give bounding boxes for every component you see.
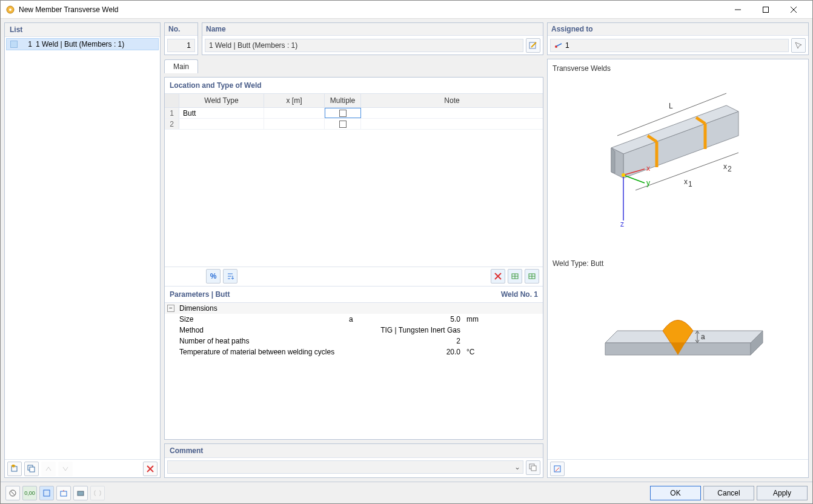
cell-x[interactable]: [264, 119, 325, 129]
param-label: Size: [167, 315, 349, 323]
no-box: No. 1: [164, 22, 198, 55]
preview-settings-button[interactable]: [550, 462, 565, 476]
svg-rect-25: [531, 466, 536, 471]
view-button-2[interactable]: [56, 486, 71, 500]
list-item-label: 1 Weld | Butt (Members : 1): [36, 40, 124, 48]
collapse-icon[interactable]: −: [167, 305, 174, 312]
list-panel: List 1 1 Weld | Butt (Members : 1) ✷: [4, 22, 161, 478]
param-value[interactable]: TIG | Tungsten Inert Gas: [379, 326, 464, 334]
close-button[interactable]: [780, 1, 808, 19]
svg-point-1: [9, 8, 12, 11]
svg-rect-55: [554, 466, 560, 472]
param-value[interactable]: 2: [379, 337, 464, 345]
app-icon: [5, 5, 15, 15]
delete-row-button[interactable]: [491, 269, 505, 284]
list-body: 1 1 Weld | Butt (Members : 1): [5, 37, 160, 459]
svg-text:z: z: [620, 220, 624, 228]
param-row[interactable]: Method TIG | Tungsten Inert Gas: [165, 325, 543, 336]
preview-cross-section: a: [553, 270, 803, 454]
apply-button[interactable]: Apply: [757, 486, 808, 500]
col-multiple[interactable]: Multiple: [325, 94, 361, 107]
help-button[interactable]: [5, 486, 20, 500]
chevron-down-icon[interactable]: ⌄: [514, 463, 520, 471]
svg-rect-58: [61, 491, 67, 496]
col-weld-type[interactable]: Weld Type: [179, 94, 264, 107]
checkbox-icon[interactable]: [339, 110, 347, 117]
svg-line-45: [623, 175, 645, 183]
no-value[interactable]: 1: [167, 39, 195, 52]
delete-item-button[interactable]: [143, 462, 158, 476]
cell-x[interactable]: [264, 108, 325, 118]
maximize-button[interactable]: [752, 1, 780, 19]
grid-row[interactable]: 2: [165, 119, 543, 130]
grid-row[interactable]: 1 Butt: [165, 108, 543, 119]
svg-text:x: x: [723, 162, 727, 171]
copy-item-button[interactable]: [24, 462, 39, 476]
weld-number: Weld No. 1: [501, 290, 538, 299]
grid-corner: [165, 94, 179, 107]
title-bar: New Member Transverse Weld: [1, 1, 812, 19]
view-button-1[interactable]: [39, 486, 54, 500]
svg-text:x: x: [684, 177, 688, 186]
percent-button[interactable]: %: [206, 269, 221, 284]
window-title: New Member Transverse Weld: [19, 5, 724, 14]
cell-multiple[interactable]: [325, 119, 361, 129]
cell-weld-type[interactable]: [179, 119, 264, 129]
tab-bar: Main: [164, 59, 543, 73]
parameters-body: − Dimensions Size a 5.0 mm Method TIG | …: [165, 302, 543, 440]
col-x[interactable]: x [m]: [264, 94, 325, 107]
param-group[interactable]: − Dimensions: [165, 303, 543, 314]
list-item[interactable]: 1 1 Weld | Butt (Members : 1): [6, 38, 159, 50]
parameters-title: Parameters | Butt: [170, 290, 501, 299]
sort-asc-button[interactable]: [41, 462, 56, 476]
row-number: 2: [165, 119, 179, 129]
name-input[interactable]: 1 Weld | Butt (Members : 1): [205, 39, 523, 52]
param-value[interactable]: 20.0: [379, 348, 464, 356]
svg-text:L: L: [669, 102, 673, 110]
cancel-button[interactable]: Cancel: [703, 486, 754, 500]
param-unit: mm: [464, 315, 494, 323]
svg-rect-3: [763, 7, 769, 12]
edit-name-button[interactable]: [526, 38, 540, 53]
name-box: Name 1 Weld | Butt (Members : 1): [202, 22, 543, 55]
param-row[interactable]: Number of heat paths 2: [165, 336, 543, 346]
pick-member-button[interactable]: [791, 38, 806, 53]
cell-note[interactable]: [361, 119, 543, 129]
parameters-header: Parameters | Butt Weld No. 1: [165, 286, 543, 302]
preview-toolbar: [548, 459, 808, 477]
list-item-color-icon: [10, 41, 18, 48]
view-button-3[interactable]: [73, 486, 88, 500]
group-label: Dimensions: [177, 304, 359, 313]
comment-input[interactable]: ⌄: [167, 460, 523, 474]
cell-weld-type[interactable]: Butt: [179, 108, 264, 118]
list-header: List: [5, 23, 160, 37]
member-icon: [554, 42, 563, 48]
units-button[interactable]: 0,00: [22, 486, 37, 500]
sort-button[interactable]: [223, 269, 237, 284]
table-button-1[interactable]: [508, 269, 522, 284]
svg-text:1: 1: [688, 180, 692, 188]
assigned-input[interactable]: 1: [550, 39, 789, 52]
grid-toolbar: %: [165, 267, 543, 286]
table-button-2[interactable]: [525, 269, 539, 284]
param-row[interactable]: Size a 5.0 mm: [165, 314, 543, 325]
minimize-button[interactable]: [724, 1, 752, 19]
col-note[interactable]: Note: [361, 94, 543, 107]
assigned-value: 1: [565, 41, 569, 50]
svg-text:a: a: [701, 333, 705, 341]
tab-main[interactable]: Main: [164, 59, 198, 73]
no-header: No.: [165, 23, 197, 36]
sort-desc-button[interactable]: [58, 462, 73, 476]
ok-button[interactable]: OK: [650, 486, 701, 500]
param-label: Number of heat paths: [167, 337, 349, 345]
param-value[interactable]: 5.0: [379, 315, 464, 323]
svg-marker-31: [611, 148, 615, 173]
script-button[interactable]: [90, 486, 105, 500]
comment-library-button[interactable]: [526, 460, 540, 475]
preview-title-1: Transverse Welds: [553, 64, 803, 73]
param-row[interactable]: Temperature of material between welding …: [165, 346, 543, 357]
cell-multiple[interactable]: [325, 108, 361, 118]
cell-note[interactable]: [361, 108, 543, 118]
checkbox-icon[interactable]: [339, 121, 347, 128]
new-item-button[interactable]: ✷: [7, 462, 22, 476]
